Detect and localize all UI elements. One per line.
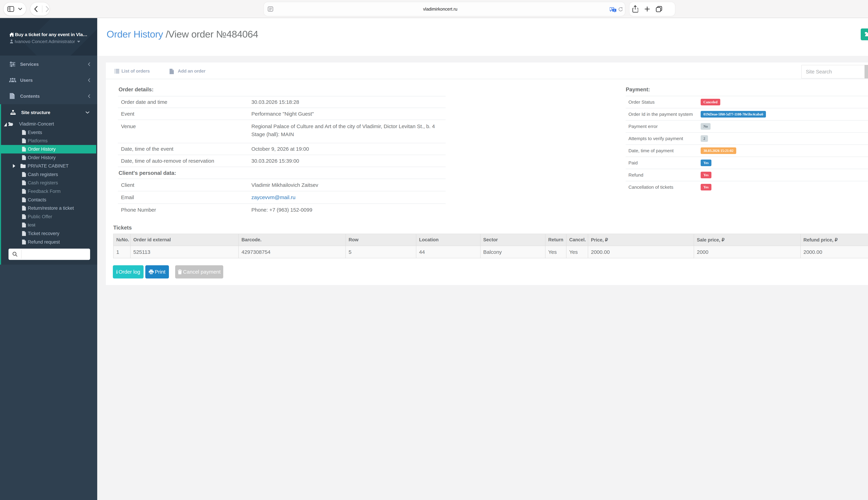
svg-text:文: 文	[613, 9, 616, 12]
